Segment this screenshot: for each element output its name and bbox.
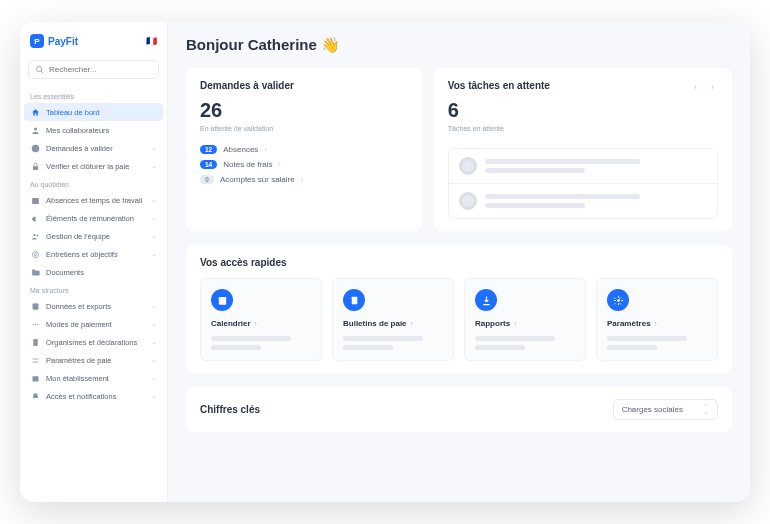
task-row[interactable] bbox=[449, 183, 717, 218]
tasks-card: Vos tâches en attente 6 Tâches en attent… bbox=[434, 68, 732, 231]
section-daily: Au quotidien bbox=[20, 175, 167, 191]
quick-payslips[interactable]: Bulletins de paie› bbox=[332, 278, 454, 361]
sidebar-item-interviews[interactable]: Entretiens et objectifs ⌄ bbox=[20, 245, 167, 263]
chevron-down-icon: ⌄ bbox=[151, 356, 157, 364]
section-essentials: Les essentiels bbox=[20, 87, 167, 103]
chevron-down-icon: ⌄ bbox=[151, 232, 157, 240]
requests-card: Demandes à valider 26 En attente de vali… bbox=[186, 68, 422, 231]
sidebar-item-dashboard[interactable]: Tableau de bord bbox=[24, 103, 163, 121]
sidebar-item-access[interactable]: Accès et notifications ⌄ bbox=[20, 387, 167, 405]
search-icon bbox=[35, 65, 44, 74]
svg-line-1 bbox=[41, 71, 43, 73]
sidebar-item-payment[interactable]: Modes de paiement ⌄ bbox=[20, 315, 167, 333]
main-content: Bonjour Catherine 👋 Demandes à valider 2… bbox=[168, 22, 750, 502]
task-row[interactable] bbox=[449, 149, 717, 183]
quick-calendar[interactable]: Calendrier› bbox=[200, 278, 322, 361]
tasks-sub: Tâches en attente bbox=[448, 125, 550, 132]
document-icon bbox=[343, 289, 365, 311]
chevron-down-icon: ⌄ bbox=[151, 338, 157, 346]
tasks-count: 6 bbox=[448, 99, 550, 122]
avatar bbox=[459, 192, 477, 210]
request-item-expenses[interactable]: 14 Notes de frais › bbox=[200, 157, 408, 172]
check-circle-icon bbox=[30, 143, 40, 153]
badge: 14 bbox=[200, 160, 217, 169]
target-icon bbox=[30, 249, 40, 259]
chevron-down-icon: ⌄ bbox=[151, 214, 157, 222]
pager-next-button[interactable]: › bbox=[707, 80, 718, 94]
home-icon bbox=[30, 107, 40, 117]
chevron-right-icon: › bbox=[514, 320, 516, 327]
brand-name: PayFit bbox=[48, 36, 78, 47]
svg-point-3 bbox=[31, 144, 39, 152]
tasks-pager: ‹ › bbox=[690, 80, 718, 94]
svg-point-2 bbox=[34, 127, 37, 130]
chevron-right-icon: › bbox=[264, 146, 266, 153]
svg-rect-15 bbox=[33, 339, 38, 346]
download-icon bbox=[475, 289, 497, 311]
sidebar-item-establishment[interactable]: Mon établissement ⌄ bbox=[20, 369, 167, 387]
svg-point-13 bbox=[35, 324, 36, 325]
svg-text:€: € bbox=[32, 215, 36, 221]
task-list bbox=[448, 148, 718, 219]
search-input[interactable] bbox=[49, 65, 152, 74]
bell-icon bbox=[30, 391, 40, 401]
payment-icon bbox=[30, 319, 40, 329]
svg-rect-20 bbox=[218, 297, 225, 299]
tasks-title: Vos tâches en attente bbox=[448, 80, 550, 91]
folder-icon bbox=[30, 267, 40, 277]
quick-reports[interactable]: Rapports› bbox=[464, 278, 586, 361]
sidebar-item-payparams[interactable]: Paramètres de paie ⌄ bbox=[20, 351, 167, 369]
sidebar-item-collaborators[interactable]: Mes collaborateurs bbox=[20, 121, 167, 139]
kpi-select[interactable]: Charges sociales ⌃⌄ bbox=[613, 399, 718, 420]
svg-rect-21 bbox=[351, 296, 357, 303]
svg-point-10 bbox=[34, 253, 36, 255]
search-box[interactable] bbox=[28, 60, 159, 79]
quick-settings[interactable]: Paramètres› bbox=[596, 278, 718, 361]
country-flag-icon[interactable]: 🇫🇷 bbox=[146, 36, 157, 46]
sidebar-item-documents[interactable]: Documents bbox=[20, 263, 167, 281]
sidebar-item-remuneration[interactable]: € Éléments de rémunération ⌄ bbox=[20, 209, 167, 227]
sidebar-item-absences[interactable]: Absences et temps de travail ⌄ bbox=[20, 191, 167, 209]
sidebar-item-team[interactable]: Gestion de l'équipe ⌄ bbox=[20, 227, 167, 245]
svg-point-14 bbox=[37, 324, 38, 325]
brand-logo: P bbox=[30, 34, 44, 48]
chevron-right-icon: › bbox=[279, 161, 281, 168]
pager-prev-button[interactable]: ‹ bbox=[690, 80, 701, 94]
chevron-down-icon: ⌄ bbox=[151, 320, 157, 328]
database-icon bbox=[30, 301, 40, 311]
chevron-down-icon: ⌄ bbox=[151, 392, 157, 400]
avatar bbox=[459, 157, 477, 175]
svg-rect-18 bbox=[32, 376, 38, 381]
chevron-down-icon: ⌄ bbox=[151, 196, 157, 204]
section-structure: Ma structure bbox=[20, 281, 167, 297]
kpi-title: Chiffres clés bbox=[200, 404, 260, 415]
chevron-down-icon: ⌄ bbox=[151, 144, 157, 152]
svg-rect-4 bbox=[32, 166, 37, 170]
kpi-card: Chiffres clés Charges sociales ⌃⌄ bbox=[186, 387, 732, 432]
sidebar-item-requests[interactable]: Demandes à valider ⌄ bbox=[20, 139, 167, 157]
svg-point-0 bbox=[37, 67, 42, 72]
svg-point-9 bbox=[32, 251, 38, 257]
badge: 0 bbox=[200, 175, 214, 184]
svg-point-8 bbox=[36, 234, 38, 236]
sidebar: P PayFit 🇫🇷 Les essentiels Tableau de bo… bbox=[20, 22, 168, 502]
sidebar-item-verify[interactable]: Vérifier et clôturer la paie ⌄ bbox=[20, 157, 167, 175]
requests-title: Demandes à valider bbox=[200, 80, 408, 91]
calendar-icon bbox=[30, 195, 40, 205]
chevron-right-icon: › bbox=[255, 320, 257, 327]
request-item-advances[interactable]: 0 Acomptes sur salaire › bbox=[200, 172, 408, 187]
svg-point-7 bbox=[33, 233, 35, 235]
users-icon bbox=[30, 125, 40, 135]
chevron-down-icon: ⌄ bbox=[151, 302, 157, 310]
sidebar-item-data[interactable]: Données et exports ⌄ bbox=[20, 297, 167, 315]
quick-access-card: Vos accès rapides Calendrier› Bulletins … bbox=[186, 245, 732, 373]
sidebar-item-orgs[interactable]: Organismes et déclarations ⌄ bbox=[20, 333, 167, 351]
requests-count: 26 bbox=[200, 99, 408, 122]
chevron-down-icon: ⌄ bbox=[151, 250, 157, 258]
svg-rect-5 bbox=[32, 197, 39, 203]
team-icon bbox=[30, 231, 40, 241]
request-item-absences[interactable]: 12 Absences › bbox=[200, 142, 408, 157]
sliders-icon bbox=[30, 355, 40, 365]
chevron-down-icon: ⌄ bbox=[151, 162, 157, 170]
lock-icon bbox=[30, 161, 40, 171]
